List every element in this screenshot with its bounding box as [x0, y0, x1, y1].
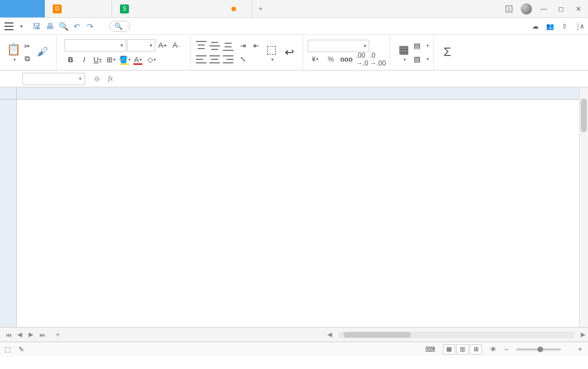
menu-bar: ▾ 🖫 🖶 🔍 ↶ ↷ 🔍 ☁ 👥 ⇪ ⋮ ∧ — [0, 18, 588, 35]
sheet-prev-button[interactable]: ◀ — [15, 330, 25, 340]
sum-group: Σ — [434, 35, 461, 70]
align-right-button[interactable] — [222, 53, 234, 66]
scroll-thumb[interactable] — [581, 99, 587, 132]
formula-bar: ▾ ⊖ fx — [0, 71, 588, 87]
shrink-font-button[interactable]: A- — [170, 39, 182, 52]
sheet-first-button[interactable]: ⏮ — [3, 330, 13, 340]
tab-add-button[interactable]: ＋ — [252, 0, 269, 17]
copy-button[interactable]: ⧉ — [22, 53, 34, 64]
spell-check-icon[interactable]: ✎ — [18, 345, 24, 353]
align-center-button[interactable] — [209, 53, 221, 66]
cells-area[interactable] — [17, 100, 579, 327]
comma-button[interactable]: ооо — [339, 53, 354, 66]
cond-format-button[interactable]: ▦ ▾ — [395, 43, 413, 62]
font-group: ▾ ▾ A+ A- B I U▾ ⊞▾ 🪣▾ A▾ ◇▾ — [57, 35, 191, 70]
grow-font-button[interactable]: A+ — [156, 39, 169, 52]
border-button[interactable]: ⊞▾ — [105, 54, 117, 66]
collapse-ribbon-icon[interactable]: ∧ — [580, 22, 585, 30]
indent-dec-button[interactable]: ⇤ — [250, 40, 262, 52]
name-box[interactable]: ▾ — [22, 73, 85, 85]
view-normal-button[interactable]: ▦ — [443, 344, 455, 354]
cell-style-button[interactable]: ▧▾ — [413, 53, 429, 66]
sum-button[interactable]: Σ — [438, 45, 456, 60]
document-tabs: D S ＋ 1 — ◻ ✕ — [0, 0, 588, 18]
close-button[interactable]: ✕ — [570, 1, 587, 17]
wrap-icon: ↩ — [283, 45, 296, 59]
hscroll-right-button[interactable]: ▶ — [578, 330, 588, 340]
tab-dao[interactable]: D — [45, 0, 112, 17]
sheet-next-button[interactable]: ▶ — [26, 330, 36, 340]
switch-window-button[interactable]: 1 — [501, 1, 517, 17]
align-left-button[interactable] — [195, 53, 207, 66]
italic-button[interactable]: I — [78, 54, 90, 66]
tab-file[interactable]: S — [112, 0, 252, 17]
spreadsheet-grid[interactable] — [0, 87, 588, 327]
undo-icon[interactable]: ↶ — [72, 22, 81, 31]
horizontal-scrollbar[interactable] — [338, 331, 575, 338]
right-tools: ☁ 👥 ⇪ ⋮ ∧ — [532, 22, 584, 30]
vertical-scrollbar[interactable] — [579, 87, 588, 327]
minimize-button[interactable]: — — [535, 1, 552, 17]
add-sheet-button[interactable]: ＋ — [50, 330, 65, 339]
row-headers[interactable] — [0, 100, 17, 327]
cut-button[interactable]: ✂ — [22, 41, 34, 52]
user-avatar[interactable] — [518, 1, 535, 17]
font-family-combo[interactable]: ▾ — [64, 39, 126, 52]
fx-icon[interactable]: fx — [105, 74, 115, 84]
record-macro-icon[interactable]: ⬚ — [4, 345, 11, 353]
clear-format-button[interactable]: ◇▾ — [145, 54, 158, 66]
paste-button[interactable]: 📋 ▾ — [4, 43, 22, 62]
changes-button[interactable]: ☁ — [532, 22, 540, 30]
ribbon: 📋 ▾ ✂ ⧉ 🖌 ▾ ▾ A+ A- B I U▾ ⊞▾ 🪣▾ — [0, 35, 588, 71]
window-controls: 1 — ◻ ✕ — [501, 0, 588, 17]
percent-button[interactable]: % — [323, 53, 338, 66]
print-icon[interactable]: 🖶 — [45, 22, 54, 31]
coop-button[interactable]: 👥 — [546, 22, 556, 30]
read-mode-icon[interactable]: 👁 — [490, 345, 497, 353]
file-menu[interactable]: ▾ — [15, 24, 26, 29]
command-search[interactable]: 🔍 — [109, 21, 130, 32]
currency-button[interactable]: ¥▾ — [308, 53, 322, 66]
font-color-button[interactable]: A▾ — [132, 54, 144, 66]
preview-icon[interactable]: 🔍 — [59, 22, 68, 31]
zoom-slider[interactable] — [516, 348, 561, 351]
maximize-button[interactable]: ◻ — [553, 1, 570, 17]
redo-icon[interactable]: ↷ — [86, 22, 95, 31]
align-top-button[interactable] — [195, 40, 207, 52]
inc-decimal-button[interactable]: .00→.0 — [355, 53, 369, 66]
share-icon: ⇪ — [562, 22, 567, 30]
column-headers[interactable] — [17, 87, 579, 100]
tab-home[interactable] — [0, 0, 45, 17]
view-break-button[interactable]: ⊞ — [470, 344, 482, 354]
format-brush-button[interactable]: 🖌 — [34, 45, 52, 60]
wrap-button[interactable]: ↩ — [280, 45, 298, 60]
cut-icon: ✂ — [22, 42, 31, 51]
keyboard-icon[interactable]: ⌨ — [425, 345, 435, 353]
orientation-button[interactable]: ⤡ — [237, 53, 249, 66]
avatar-icon — [521, 3, 532, 15]
select-all-corner[interactable] — [0, 87, 17, 100]
align-middle-button[interactable] — [209, 40, 221, 52]
zoom-out-button[interactable]: − — [504, 345, 508, 353]
zoom-knob[interactable] — [538, 347, 543, 352]
table-style-button[interactable]: ▤▾ — [413, 40, 429, 52]
dec-decimal-button[interactable]: .0→.00 — [371, 53, 385, 66]
cancel-fx-icon[interactable]: ⊖ — [92, 74, 102, 84]
zoom-in-button[interactable]: ＋ — [577, 344, 584, 354]
number-format-combo[interactable]: ▾ — [308, 40, 369, 52]
indent-inc-button[interactable]: ⇥ — [237, 40, 249, 52]
sheet-last-button[interactable]: ⏭ — [37, 330, 47, 340]
font-size-combo[interactable]: ▾ — [127, 39, 155, 52]
merge-button[interactable]: ⬚ ▾ — [262, 43, 280, 62]
xlsx-icon: S — [120, 4, 129, 13]
align-bottom-button[interactable] — [222, 40, 234, 52]
save-icon[interactable]: 🖫 — [32, 22, 41, 31]
view-page-button[interactable]: ▥ — [456, 344, 469, 354]
hscroll-thumb[interactable] — [344, 332, 411, 338]
hamburger-icon[interactable] — [4, 22, 13, 30]
bold-button[interactable]: B — [64, 54, 77, 66]
underline-button[interactable]: U▾ — [91, 54, 104, 66]
fill-color-button[interactable]: 🪣▾ — [118, 54, 131, 66]
share-button[interactable]: ⇪ — [562, 22, 569, 30]
hscroll-left-button[interactable]: ◀ — [325, 330, 335, 340]
